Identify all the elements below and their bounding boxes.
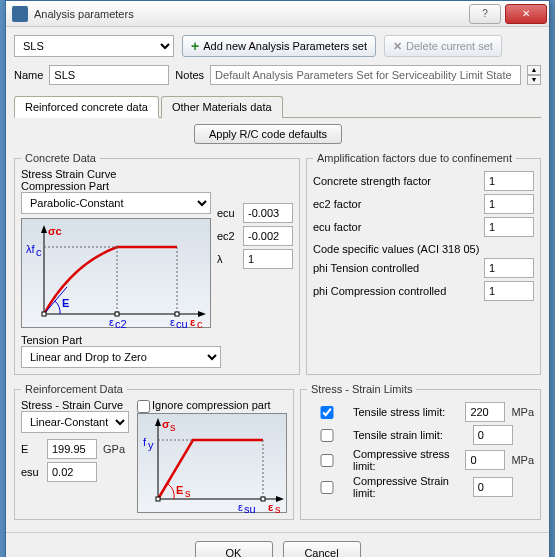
svg-text:E: E — [176, 484, 183, 496]
tensile-stress-checkbox[interactable] — [307, 406, 347, 419]
tab-other-materials[interactable]: Other Materials data — [161, 96, 283, 118]
svg-rect-12 — [115, 312, 119, 316]
svg-marker-3 — [198, 311, 206, 317]
add-paramset-button[interactable]: + Add new Analysis Parameters set — [182, 35, 376, 57]
esu-input[interactable] — [47, 462, 97, 482]
notes-input[interactable] — [210, 65, 521, 85]
name-input[interactable] — [49, 65, 169, 85]
stress-curve-label: Stress Strain Curve — [21, 168, 293, 180]
notes-spinner[interactable]: ▲▼ — [527, 65, 541, 85]
apply-defaults-button[interactable]: Apply R/C code defaults — [194, 124, 342, 144]
E-input[interactable] — [47, 439, 97, 459]
svg-rect-13 — [175, 312, 179, 316]
ecu-factor-input[interactable] — [484, 217, 534, 237]
tensile-stress-input[interactable] — [465, 402, 505, 422]
amp-legend: Amplification factors due to confinement — [313, 152, 516, 164]
compression-part-select[interactable]: Parabolic-Constant — [21, 192, 211, 214]
reinf-curve-label: Stress - Strain Curve — [21, 399, 131, 411]
window-title: Analysis parameters — [34, 8, 467, 20]
svg-text:ε: ε — [109, 316, 114, 328]
svg-text:ε: ε — [268, 501, 274, 513]
help-button[interactable]: ? — [469, 4, 501, 24]
ec2-input[interactable] — [243, 226, 293, 246]
plus-icon: + — [191, 38, 199, 54]
phi-tension-input[interactable] — [484, 258, 534, 278]
svg-text:E: E — [62, 297, 69, 309]
svg-text:ε: ε — [190, 316, 196, 328]
ecu-input[interactable] — [243, 203, 293, 223]
close-button[interactable]: ✕ — [505, 4, 547, 24]
svg-rect-11 — [42, 312, 46, 316]
svg-text:s: s — [185, 487, 191, 499]
delete-paramset-button: ✕ Delete current set — [384, 35, 502, 57]
code-specific-label: Code specific values (ACI 318 05) — [313, 243, 534, 255]
svg-text:y: y — [148, 439, 154, 451]
concrete-strength-factor-input[interactable] — [484, 171, 534, 191]
limits-legend: Stress - Strain Limits — [307, 383, 416, 395]
tension-part-select[interactable]: Linear and Drop to Zero — [21, 346, 221, 368]
svg-rect-32 — [156, 497, 160, 501]
tension-part-label: Tension Part — [21, 334, 293, 346]
tensile-strain-checkbox[interactable] — [307, 429, 347, 442]
svg-text:su: su — [244, 503, 256, 514]
svg-marker-22 — [155, 418, 161, 426]
reinf-curve-select[interactable]: Linear-Constant — [21, 411, 129, 433]
svg-rect-33 — [261, 497, 265, 501]
compressive-strain-input[interactable] — [473, 477, 513, 497]
compressive-stress-input[interactable] — [465, 450, 505, 470]
ignore-compression-checkbox[interactable] — [137, 400, 150, 413]
svg-text:f: f — [143, 436, 147, 448]
ok-button[interactable]: OK — [195, 541, 273, 557]
app-icon — [12, 6, 28, 22]
svg-text:σ: σ — [162, 418, 170, 430]
svg-text:c: c — [36, 246, 42, 258]
reinf-legend: Reinforcement Data — [21, 383, 127, 395]
compressive-strain-checkbox[interactable] — [307, 481, 347, 494]
concrete-legend: Concrete Data — [21, 152, 100, 164]
titlebar: Analysis parameters ? ✕ — [6, 1, 549, 27]
compressive-stress-checkbox[interactable] — [307, 454, 347, 467]
lambda-input[interactable] — [243, 249, 293, 269]
svg-marker-23 — [276, 496, 284, 502]
concrete-plot: σc λfc E εc2 εcu εc — [21, 218, 211, 328]
x-icon: ✕ — [393, 40, 402, 53]
svg-text:c2: c2 — [115, 318, 127, 329]
dialog-window: Analysis parameters ? ✕ SLS + Add new An… — [5, 0, 550, 557]
svg-text:ε: ε — [238, 501, 243, 513]
ec2-factor-input[interactable] — [484, 194, 534, 214]
svg-text:cu: cu — [176, 318, 188, 329]
tab-reinforced-concrete[interactable]: Reinforced concrete data — [14, 96, 159, 118]
svg-text:ε: ε — [170, 316, 175, 328]
notes-label: Notes — [175, 69, 204, 81]
tensile-strain-input[interactable] — [473, 425, 513, 445]
paramset-select[interactable]: SLS — [14, 35, 174, 57]
name-label: Name — [14, 69, 43, 81]
svg-text:λf: λf — [26, 243, 36, 255]
svg-text:s: s — [275, 503, 281, 514]
reinf-plot: σs fy Es εsu εs — [137, 413, 287, 513]
phi-compression-input[interactable] — [484, 281, 534, 301]
svg-text:c: c — [197, 318, 203, 329]
svg-text:σc: σc — [48, 225, 62, 237]
svg-text:s: s — [170, 421, 176, 433]
compression-part-label: Compression Part — [21, 180, 211, 192]
tabs: Reinforced concrete data Other Materials… — [14, 95, 541, 118]
svg-marker-2 — [41, 225, 47, 233]
cancel-button[interactable]: Cancel — [283, 541, 361, 557]
